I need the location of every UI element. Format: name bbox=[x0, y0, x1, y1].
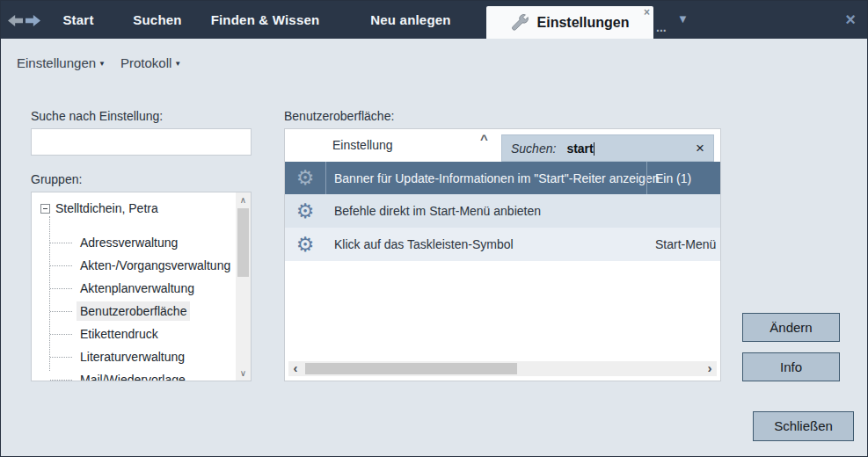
table-row[interactable]: ⚙ Klick auf das Taskleisten-Symbol Start… bbox=[285, 228, 720, 261]
sort-asc-icon[interactable]: ^ bbox=[480, 132, 488, 147]
column-divider bbox=[646, 162, 647, 194]
scroll-down-icon[interactable]: ∨ bbox=[236, 366, 251, 381]
table-row[interactable]: ⚙ Befehle direkt im Start-Menü anbieten bbox=[285, 194, 720, 228]
tree-root-label: Stelltdichein, Petra bbox=[55, 201, 158, 215]
tree-item-benutzeroberflaeche[interactable]: Benutzeroberfläche bbox=[77, 301, 190, 321]
tree-branch-line bbox=[50, 334, 72, 335]
tab-close-icon[interactable]: × bbox=[644, 6, 650, 18]
forward-icon[interactable] bbox=[26, 15, 40, 26]
menu-einstellungen[interactable]: Einstellungen▼ bbox=[17, 55, 106, 70]
scroll-left-icon[interactable]: ‹ bbox=[288, 361, 303, 376]
setting-name: Befehle direkt im Start-Menü anbieten bbox=[334, 194, 541, 228]
scroll-right-icon[interactable]: › bbox=[703, 361, 717, 376]
column-divider bbox=[325, 162, 326, 194]
tree-root-item[interactable]: Stelltdichein, Petra bbox=[40, 199, 158, 218]
tab-bar: Start Suchen Finden & Wissen Neu anlegen… bbox=[1, 1, 867, 39]
gear-icon: ⚙ bbox=[285, 194, 325, 228]
settings-group-title: Benutzeroberfläche: bbox=[284, 109, 394, 123]
tab-list-dropdown-icon[interactable]: ▼ bbox=[677, 12, 689, 25]
tree-guide-line bbox=[49, 216, 50, 371]
settings-table: Einstellung ^ Suchen: start × ⚙ Banner f… bbox=[284, 128, 721, 381]
table-search-overlay: Suchen: start × bbox=[501, 134, 714, 162]
tree-item-adressverwaltung[interactable]: Adressverwaltung bbox=[77, 233, 181, 252]
search-setting-input[interactable] bbox=[31, 128, 252, 156]
text-cursor bbox=[594, 142, 594, 156]
tree-branch-line bbox=[50, 243, 72, 243]
info-button[interactable]: Info bbox=[742, 352, 840, 381]
tree-item-literaturverwaltung[interactable]: Literaturverwaltung bbox=[77, 347, 188, 366]
table-search-label: Suchen: bbox=[511, 141, 556, 156]
gear-icon: ⚙ bbox=[285, 162, 325, 194]
tree-branch-line bbox=[50, 380, 72, 381]
tab-overflow-ellipsis: ... bbox=[656, 20, 667, 34]
tab-suchen[interactable]: Suchen bbox=[126, 1, 189, 39]
tab-finden-wissen[interactable]: Finden & Wissen bbox=[201, 1, 329, 39]
history-navigation bbox=[8, 15, 40, 26]
tree-scrollbar-thumb[interactable] bbox=[237, 208, 249, 277]
setting-name: Banner für Update-Informationen im "Star… bbox=[334, 162, 659, 194]
tree-item-etikettendruck[interactable]: Etikettendruck bbox=[77, 324, 162, 344]
tree-branch-line bbox=[50, 357, 72, 358]
back-icon[interactable] bbox=[8, 15, 23, 26]
tree-collapse-icon[interactable] bbox=[40, 204, 50, 214]
menu-einstellungen-label: Einstellungen bbox=[17, 55, 96, 70]
change-button[interactable]: Ändern bbox=[742, 313, 840, 342]
tree-branch-line bbox=[50, 288, 72, 289]
groups-tree: Stelltdichein, Petra Adressverwaltung Ak… bbox=[31, 192, 252, 381]
wrench-icon bbox=[511, 13, 529, 32]
table-row[interactable]: ⚙ Banner für Update-Informationen im "St… bbox=[285, 162, 720, 194]
gear-icon: ⚙ bbox=[285, 228, 325, 261]
tree-item-akten-vorgangsverwaltung[interactable]: Akten-/Vorgangsverwaltung bbox=[77, 256, 234, 275]
close-button[interactable]: Schließen bbox=[753, 411, 854, 441]
setting-name: Klick auf das Taskleisten-Symbol bbox=[334, 228, 514, 261]
active-tab-label: Einstellungen bbox=[537, 15, 630, 31]
tab-start[interactable]: Start bbox=[54, 1, 103, 39]
tree-scrollbar[interactable]: ∧ ∨ bbox=[236, 192, 251, 381]
chevron-down-icon: ▼ bbox=[174, 60, 181, 68]
setting-value: Start-Menü bbox=[655, 228, 716, 261]
menu-protokoll-label: Protokoll bbox=[120, 55, 171, 70]
search-setting-label: Suche nach Einstellung: bbox=[31, 109, 163, 123]
table-horizontal-scrollbar[interactable]: ‹ › bbox=[288, 361, 717, 376]
settings-window: Start Suchen Finden & Wissen Neu anlegen… bbox=[0, 0, 868, 457]
scrollbar-thumb[interactable] bbox=[305, 363, 517, 374]
tree-branch-line bbox=[50, 265, 72, 266]
search-close-icon[interactable]: × bbox=[696, 141, 704, 156]
setting-value: Ein (1) bbox=[655, 162, 691, 194]
tab-neu-anlegen[interactable]: Neu anlegen bbox=[351, 1, 470, 39]
tree-item-mail-wiedervorlage[interactable]: Mail/Wiedervorlage bbox=[77, 370, 189, 381]
window-close-icon[interactable]: × bbox=[845, 9, 856, 30]
tree-branch-line bbox=[50, 311, 72, 312]
table-search-input[interactable]: start bbox=[566, 141, 594, 156]
groups-label: Gruppen: bbox=[31, 172, 82, 186]
column-header-einstellung[interactable]: Einstellung bbox=[332, 129, 393, 162]
tab-einstellungen-active[interactable]: Einstellungen × bbox=[486, 6, 653, 39]
scroll-up-icon[interactable]: ∧ bbox=[236, 192, 251, 207]
menu-protokoll[interactable]: Protokoll▼ bbox=[120, 55, 181, 70]
chevron-down-icon: ▼ bbox=[98, 60, 106, 68]
tree-item-aktenplanverwaltung[interactable]: Aktenplanverwaltung bbox=[77, 279, 198, 298]
